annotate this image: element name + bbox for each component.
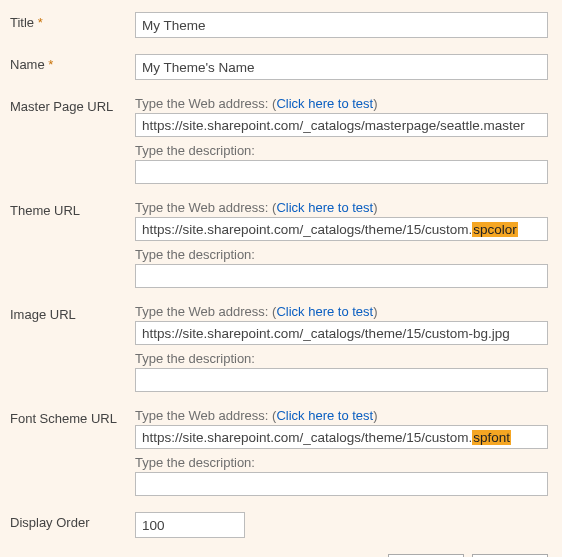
font-label: Font Scheme URL bbox=[10, 408, 135, 426]
test-link[interactable]: Click here to test bbox=[276, 304, 373, 319]
test-link[interactable]: Click here to test bbox=[276, 408, 373, 423]
description-hint: Type the description: bbox=[135, 143, 548, 158]
image-label: Image URL bbox=[10, 304, 135, 322]
address-hint: Type the Web address: (Click here to tes… bbox=[135, 200, 548, 215]
test-link[interactable]: Click here to test bbox=[276, 200, 373, 215]
test-link[interactable]: Click here to test bbox=[276, 96, 373, 111]
required-mark: * bbox=[38, 15, 43, 30]
name-label: Name * bbox=[10, 54, 135, 72]
theme-url-input[interactable]: https://site.sharepoint.com/_catalogs/th… bbox=[135, 217, 548, 241]
font-description-input[interactable] bbox=[135, 472, 548, 496]
image-description-input[interactable] bbox=[135, 368, 548, 392]
required-mark: * bbox=[48, 57, 53, 72]
address-hint: Type the Web address: (Click here to tes… bbox=[135, 96, 548, 111]
display-order-input[interactable] bbox=[135, 512, 245, 538]
description-hint: Type the description: bbox=[135, 351, 548, 366]
title-input[interactable] bbox=[135, 12, 548, 38]
master-url-input[interactable]: https://site.sharepoint.com/_catalogs/ma… bbox=[135, 113, 548, 137]
address-hint: Type the Web address: (Click here to tes… bbox=[135, 408, 548, 423]
master-description-input[interactable] bbox=[135, 160, 548, 184]
highlight-spcolor: spcolor bbox=[472, 222, 518, 237]
image-url-input[interactable]: https://site.sharepoint.com/_catalogs/th… bbox=[135, 321, 548, 345]
theme-label: Theme URL bbox=[10, 200, 135, 218]
name-input[interactable] bbox=[135, 54, 548, 80]
master-label: Master Page URL bbox=[10, 96, 135, 114]
title-label: Title * bbox=[10, 12, 135, 30]
highlight-spfont: spfont bbox=[472, 430, 511, 445]
description-hint: Type the description: bbox=[135, 247, 548, 262]
address-hint: Type the Web address: (Click here to tes… bbox=[135, 304, 548, 319]
order-label: Display Order bbox=[10, 512, 135, 530]
description-hint: Type the description: bbox=[135, 455, 548, 470]
theme-description-input[interactable] bbox=[135, 264, 548, 288]
font-url-input[interactable]: https://site.sharepoint.com/_catalogs/th… bbox=[135, 425, 548, 449]
